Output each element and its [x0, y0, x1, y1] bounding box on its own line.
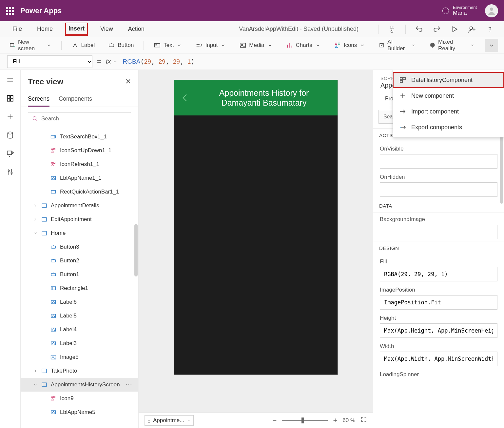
data-rail-icon[interactable]	[6, 131, 14, 139]
tab-components[interactable]: Components	[59, 92, 92, 107]
media-rail-icon[interactable]	[6, 149, 14, 158]
imageposition-input[interactable]	[380, 295, 497, 310]
help-icon[interactable]	[486, 25, 494, 33]
dropdown-new-component[interactable]: New component	[393, 88, 504, 104]
formula-input[interactable]: RGBA(29, 29, 29, 1)	[123, 58, 498, 65]
tree-node[interactable]: Button1	[21, 268, 138, 281]
tree-node[interactable]: LblAppName5	[21, 405, 138, 419]
back-icon[interactable]	[180, 93, 190, 103]
width-input[interactable]	[380, 352, 497, 366]
charts-dropdown[interactable]: Charts	[283, 40, 324, 51]
media-dropdown[interactable]: Media	[236, 40, 276, 51]
tree-screen[interactable]: EditAppointment	[21, 213, 138, 226]
ai-builder-dropdown[interactable]: AI Builder	[375, 37, 419, 54]
tree-node[interactable]: Label6	[21, 295, 138, 309]
screen-selector[interactable]: Appointme...	[145, 415, 194, 426]
zoom-in-icon[interactable]: +	[333, 416, 337, 425]
onvisible-input[interactable]	[380, 154, 497, 169]
svg-rect-29	[42, 231, 46, 235]
more-icon[interactable]: ···	[126, 381, 132, 388]
tree-node[interactable]: Rectangle1	[21, 281, 138, 295]
backgroundimage-input[interactable]	[380, 225, 497, 239]
mixed-reality-dropdown[interactable]: Mixed Reality	[426, 37, 478, 54]
icons-dropdown[interactable]: Icons	[331, 40, 369, 51]
globe-icon	[442, 8, 449, 14]
tree-screen-home[interactable]: Home	[21, 226, 138, 240]
zoom-out-icon[interactable]: −	[273, 416, 277, 425]
tree-node[interactable]: Label4	[21, 323, 138, 336]
tree-node[interactable]: Button3	[21, 240, 138, 254]
tree-scrollbar[interactable]	[134, 224, 138, 276]
button-button[interactable]: Button	[105, 40, 137, 51]
plus-icon	[399, 92, 407, 100]
properties-panel: SCREEN Appoint Properties ACTION OnVisib…	[373, 70, 504, 428]
tree-view-rail-icon[interactable]	[6, 94, 14, 103]
tree-node[interactable]: Button2	[21, 254, 138, 268]
tree-node[interactable]: LblAppName1_1	[21, 171, 138, 185]
tree-node[interactable]: Label3	[21, 336, 138, 350]
undo-icon[interactable]	[415, 25, 423, 33]
fx-icon[interactable]: fx	[106, 58, 118, 65]
fit-icon[interactable]	[360, 416, 367, 424]
tab-screens[interactable]: Screens	[28, 92, 49, 107]
tree-search-input[interactable]	[28, 112, 131, 125]
dropdown-export-components[interactable]: Export components	[393, 119, 504, 135]
avatar[interactable]	[485, 4, 498, 17]
chevron-down-icon	[46, 42, 51, 48]
ribbon-overflow-button[interactable]	[485, 39, 498, 52]
menu-home[interactable]: Home	[34, 24, 55, 34]
phone-preview[interactable]: Appointments History for Damayanti Basum…	[174, 80, 338, 375]
file-status: VanArsdelAppWithEdit - Saved (Unpublishe…	[239, 26, 359, 32]
redo-icon[interactable]	[433, 25, 441, 33]
hamburger-icon[interactable]	[6, 76, 14, 84]
svg-point-23	[51, 162, 52, 163]
height-input[interactable]	[380, 323, 497, 338]
tree-node[interactable]: TextSearchBox1_1	[21, 130, 138, 144]
svg-rect-3	[10, 43, 14, 46]
environment-picker[interactable]: Environment Maria	[442, 5, 477, 16]
tree-node[interactable]: Icon9	[21, 392, 138, 405]
svg-point-2	[490, 31, 490, 31]
menu-view[interactable]: View	[98, 24, 116, 34]
menu-file[interactable]: File	[10, 24, 25, 34]
tree-screen[interactable]: AppointmentDetails	[21, 199, 138, 213]
label-button[interactable]: Label	[68, 40, 98, 51]
app-checker-icon[interactable]	[388, 25, 396, 33]
menu-action[interactable]: Action	[126, 24, 147, 34]
new-screen-button[interactable]: New screen	[6, 37, 55, 54]
fill-input[interactable]	[380, 267, 497, 281]
waffle-icon[interactable]	[6, 7, 14, 15]
play-icon[interactable]	[450, 25, 459, 33]
tree-view-panel: Tree view ✕ Screens Components TextSearc…	[21, 70, 139, 428]
svg-rect-30	[51, 246, 55, 249]
dropdown-date-history-component[interactable]: DateHistoryComponent	[393, 72, 504, 88]
export-icon	[399, 123, 407, 131]
menu-insert[interactable]: Insert	[65, 23, 88, 36]
tree-screen[interactable]: TakePhoto	[21, 364, 138, 378]
formula-property-select[interactable]: Fill	[7, 55, 92, 68]
dropdown-import-component[interactable]: Import component	[393, 104, 504, 119]
environment-text: Environment Maria	[453, 5, 477, 16]
component-icon	[399, 76, 407, 84]
tree-search[interactable]	[28, 112, 131, 125]
equals-icon: =	[97, 57, 101, 66]
zoom-slider[interactable]	[282, 420, 328, 421]
svg-point-1	[470, 27, 473, 30]
onhidden-input[interactable]	[380, 182, 497, 197]
close-icon[interactable]: ✕	[125, 77, 131, 86]
svg-point-8	[335, 43, 337, 45]
settings-rail-icon[interactable]	[6, 168, 14, 176]
tree-node[interactable]: IconSortUpDown1_1	[21, 144, 138, 157]
canvas-area[interactable]: Appointments History for Damayanti Basum…	[139, 70, 373, 428]
share-icon[interactable]	[468, 25, 476, 33]
insert-rail-icon[interactable]	[6, 112, 14, 121]
tree-screen-selected[interactable]: AppointmentsHistoryScreen···	[21, 378, 138, 392]
svg-rect-31	[51, 260, 55, 262]
left-rail	[0, 70, 21, 428]
tree-node[interactable]: Label5	[21, 309, 138, 323]
tree-node[interactable]: IconRefresh1_1	[21, 157, 138, 171]
input-dropdown[interactable]: Input	[192, 40, 229, 51]
tree-node[interactable]: Image5	[21, 350, 138, 364]
text-dropdown[interactable]: Text	[150, 40, 185, 51]
tree-node[interactable]: RectQuickActionBar1_1	[21, 185, 138, 199]
